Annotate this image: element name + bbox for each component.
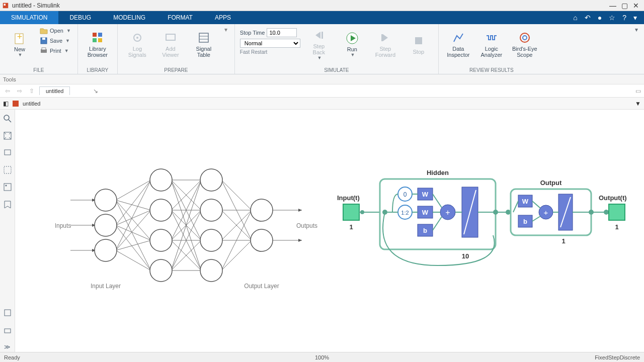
log-signals-icon <box>130 31 144 45</box>
annotation-icon[interactable] <box>3 148 13 158</box>
svg-text:Output Layer: Output Layer <box>244 283 279 290</box>
svg-line-72 <box>221 240 252 270</box>
stop-time-label: Stop Time <box>240 30 265 36</box>
library-browser-button[interactable]: Library Browser <box>83 26 112 62</box>
close-button[interactable]: ✕ <box>633 2 639 10</box>
nav-back-button[interactable]: ⇦ <box>3 86 12 96</box>
image-icon[interactable] <box>3 182 13 192</box>
svg-point-77 <box>95 239 117 261</box>
birds-eye-scope-button[interactable]: Bird's-Eye Scope <box>510 26 539 62</box>
fit-to-view-icon[interactable] <box>3 131 13 141</box>
svg-point-82 <box>200 169 222 191</box>
status-zoom[interactable]: 100% <box>315 354 329 360</box>
canvas[interactable]: Inputs Input Layer Hidden Layers Output … <box>15 110 644 352</box>
svg-text:W: W <box>422 209 429 216</box>
svg-point-79 <box>150 199 172 221</box>
svg-rect-32 <box>5 310 11 316</box>
fast-restart-button[interactable]: Fast Restart <box>240 49 267 55</box>
new-icon: + <box>13 31 27 45</box>
svg-point-83 <box>200 199 222 221</box>
svg-text:1: 1 <box>615 223 618 231</box>
svg-text:W: W <box>422 191 429 198</box>
tab-apps[interactable]: APPS <box>204 11 242 24</box>
new-button[interactable]: + New ▼ <box>5 26 34 62</box>
home-icon[interactable]: ⌂ <box>573 14 577 22</box>
status-ready: Ready <box>4 354 20 360</box>
logic-analyzer-button[interactable]: Logic Analyzer <box>477 26 506 62</box>
status-bar: Ready 100% FixedStepDiscrete <box>0 352 644 362</box>
svg-line-40 <box>116 200 151 270</box>
minimize-button[interactable]: — <box>609 2 616 10</box>
svg-line-38 <box>116 200 151 210</box>
palette-bottom-2-icon[interactable] <box>3 325 13 335</box>
svg-text:+: + <box>445 208 450 217</box>
palette-bottom-3-icon[interactable]: ≫ <box>3 342 13 352</box>
tab-format[interactable]: FORMAT <box>156 11 204 24</box>
save-icon <box>40 37 48 45</box>
dropdown-icon[interactable]: ▾ <box>633 14 637 22</box>
svg-rect-18 <box>321 32 323 39</box>
svg-text:Hidden Layers: Hidden Layers <box>167 290 205 291</box>
stop-time-input[interactable] <box>267 28 297 37</box>
open-button[interactable]: Open▼ <box>38 26 72 35</box>
breadcrumb[interactable]: untitled <box>23 101 40 107</box>
nav-up-button[interactable]: ⇧ <box>27 86 36 96</box>
hide-explorer-button[interactable]: ▭ <box>635 87 641 95</box>
prepare-more-button[interactable]: ▾ <box>222 26 229 33</box>
svg-point-75 <box>95 189 117 211</box>
data-inspector-button[interactable]: Data Inspector <box>444 26 473 62</box>
input-port-block[interactable] <box>343 204 359 220</box>
log-signals-button[interactable]: Log Signals <box>123 26 152 62</box>
notifications-icon[interactable]: ● <box>598 14 602 22</box>
favorites-icon[interactable]: ☆ <box>609 14 615 22</box>
simulation-mode-select[interactable]: Normal <box>240 39 300 48</box>
step-forward-button[interactable]: Step Forward <box>371 26 400 62</box>
logic-analyzer-icon <box>485 31 499 45</box>
print-button[interactable]: Print▼ <box>38 46 72 55</box>
svg-text:+: + <box>17 32 23 42</box>
nav-forward-button[interactable]: ⇨ <box>15 86 24 96</box>
svg-rect-20 <box>381 34 383 41</box>
svg-point-142 <box>604 210 609 215</box>
tab-simulation[interactable]: SIMULATION <box>0 11 58 24</box>
add-viewer-button[interactable]: Add Viewer <box>156 26 185 62</box>
svg-text:Input Layer: Input Layer <box>91 283 121 290</box>
svg-text:1: 1 <box>349 223 353 231</box>
svg-line-46 <box>116 210 151 250</box>
model-tab[interactable]: untitled <box>39 86 70 95</box>
svg-point-98 <box>382 210 387 215</box>
add-viewer-icon <box>164 31 178 45</box>
tab-scroll-icon[interactable]: ↘ <box>93 87 98 95</box>
svg-rect-30 <box>4 184 11 191</box>
tab-modeling[interactable]: MODELING <box>102 11 156 24</box>
zoom-fit-icon[interactable] <box>3 114 13 124</box>
output-port-block[interactable] <box>609 204 625 220</box>
palette-bottom-1-icon[interactable] <box>3 308 13 318</box>
svg-point-81 <box>150 259 172 282</box>
svg-text:Hidden: Hidden <box>427 169 449 176</box>
folder-open-icon <box>40 27 48 35</box>
signal-table-button[interactable]: Signal Table <box>189 26 218 62</box>
area-icon[interactable] <box>3 165 13 175</box>
data-inspector-icon <box>451 31 465 45</box>
viewmark-icon[interactable] <box>3 199 13 209</box>
model-browser-toggle[interactable]: ◧ <box>3 100 9 107</box>
step-back-button[interactable]: Step Back▼ <box>304 26 334 62</box>
toolstrip-expand-button[interactable]: ▾ <box>635 26 642 33</box>
path-bar: ◧ untitled ▼ <box>0 98 644 110</box>
svg-point-25 <box>4 115 9 120</box>
tab-debug[interactable]: DEBUG <box>58 11 102 24</box>
svg-line-44 <box>116 225 151 270</box>
undo-icon[interactable]: ↶ <box>585 14 591 22</box>
run-button[interactable]: Run▼ <box>338 26 367 62</box>
svg-rect-5 <box>42 38 45 40</box>
help-icon[interactable]: ? <box>622 14 626 22</box>
maximize-button[interactable]: ▢ <box>621 2 628 10</box>
svg-line-43 <box>116 225 151 240</box>
svg-rect-33 <box>5 329 11 333</box>
stop-button[interactable]: Stop <box>404 26 433 62</box>
play-icon <box>345 31 359 45</box>
save-button[interactable]: Save▼ <box>38 36 72 45</box>
status-solver[interactable]: FixedStepDiscrete <box>595 354 640 360</box>
path-dropdown[interactable]: ▼ <box>635 100 641 107</box>
